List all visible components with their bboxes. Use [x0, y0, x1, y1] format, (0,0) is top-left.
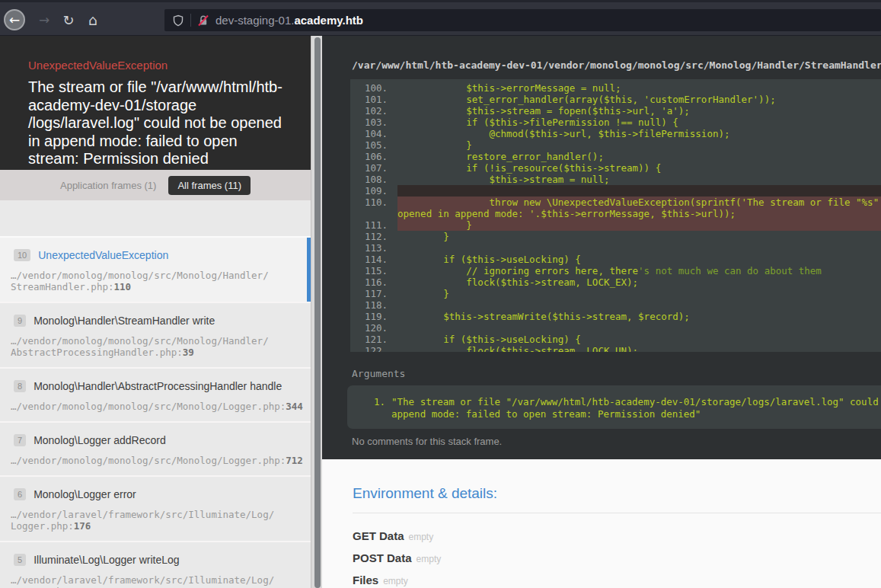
stack-frame-item[interactable]: 10 UnexpectedValueException …/vendor/mon… — [0, 238, 311, 303]
code-line-number: 110. — [350, 197, 397, 208]
code-line-number: 112. — [350, 231, 397, 242]
sidebar-scrollbar-thumb[interactable] — [314, 37, 321, 588]
environment-row-value: empty — [383, 576, 408, 586]
code-line-text: set_error_handler(array($this, 'customEr… — [397, 94, 881, 105]
stack-frames-list: 10 UnexpectedValueException …/vendor/mon… — [0, 236, 311, 588]
shield-icon[interactable] — [172, 14, 184, 27]
code-line-text: } — [397, 231, 881, 242]
code-line-number: 106. — [350, 151, 397, 162]
code-line: 109. — [350, 185, 881, 197]
frame-file-path: …/vendor/monolog/monolog/src/Monolog/Log… — [11, 401, 300, 412]
stack-frame-item[interactable]: 6 Monolog\Logger error …/vendor/laravel/… — [0, 477, 311, 542]
stack-frame-item[interactable]: 5 Illuminate\Log\Logger writeLog …/vendo… — [0, 542, 311, 588]
code-line: 104. @chmod($this->url, $this->filePermi… — [350, 128, 881, 139]
forward-button[interactable]: → — [34, 9, 55, 30]
code-line: 115. // ignoring errors here, there's no… — [350, 265, 881, 276]
code-line-text: @chmod($this->url, $this->filePermission… — [397, 128, 881, 139]
code-line-text: $this->stream = fopen($this->url, 'a'); — [397, 105, 881, 117]
code-line-text: opened in append mode: '.$this->errorMes… — [397, 208, 881, 219]
frame-file-path: …/vendor/laravel/framework/src/Illuminat… — [11, 574, 300, 588]
frame-file-path: …/vendor/monolog/monolog/src/Monolog/Han… — [11, 270, 300, 292]
url-bar[interactable]: dev-staging-01.academy.htb — [164, 9, 881, 31]
frame-title: Monolog\Handler\StreamHandler write — [34, 315, 215, 327]
whoops-sidebar: UnexpectedValueException The stream or f… — [0, 36, 311, 588]
code-line-text: if ($this->useLocking) { — [397, 254, 881, 265]
code-line: 112. } — [350, 231, 881, 242]
frame-title: Illuminate\Log\Logger writeLog — [34, 554, 179, 566]
frame-index-badge: 10 — [14, 249, 30, 261]
code-line-text: $this->streamWrite($this->stream, $recor… — [397, 311, 881, 322]
code-line-number: 116. — [350, 276, 397, 288]
code-line-text: $this->errorMessage = null; — [397, 82, 881, 94]
code-line-text — [397, 299, 881, 311]
code-line-text — [397, 185, 881, 197]
code-line-number: 102. — [350, 105, 397, 117]
code-line-text: if ($this->filePermission !== null) { — [397, 117, 881, 128]
code-viewer: 100. $this->errorMessage = null; 101. se… — [350, 79, 881, 352]
code-line-number: 121. — [350, 334, 397, 345]
argument-index: 1. — [347, 396, 391, 408]
environment-row: GET Dataempty — [353, 529, 441, 543]
frame-index-badge: 9 — [14, 315, 26, 327]
arguments-label: Arguments — [352, 368, 405, 379]
insecure-lock-icon[interactable] — [197, 14, 209, 27]
url-text[interactable]: dev-staging-01.academy.htb — [215, 14, 363, 27]
code-line-text: } — [397, 288, 881, 299]
code-line-number: 120. — [350, 322, 397, 334]
exception-header: UnexpectedValueException The stream or f… — [0, 36, 311, 170]
tab-all-frames[interactable]: All frames (11) — [168, 176, 251, 195]
argument-value: "The stream or file "/var/www/html/htb-a… — [391, 396, 881, 408]
frame-comment-text: No comments for this stack frame. — [352, 436, 502, 447]
code-line-number: 109. — [350, 185, 397, 197]
code-line-number: 105. — [350, 139, 397, 151]
code-line: opened in append mode: '.$this->errorMes… — [350, 208, 881, 219]
frame-index-badge: 6 — [14, 488, 26, 500]
code-line-number: 107. — [350, 162, 397, 174]
frame-title: Monolog\Logger addRecord — [34, 434, 166, 446]
environment-rows: GET Dataempty POST Dataempty Filesempty — [353, 521, 441, 587]
reload-button[interactable]: ↻ — [58, 9, 79, 30]
code-line: 110. throw new \UnexpectedValueException… — [350, 197, 881, 208]
exception-message: The stream or file "/var/www/html/htb- a… — [28, 78, 285, 168]
back-icon: ← — [9, 12, 20, 27]
code-line-number — [350, 208, 397, 219]
environment-divider — [353, 513, 881, 513]
code-line-number: 100. — [350, 82, 397, 94]
frame-detail-panel: /var/www/html/htb-academy-dev-01/vendor/… — [322, 36, 881, 588]
frame-file-path: …/vendor/monolog/monolog/src/Monolog/Log… — [11, 455, 300, 466]
environment-row: POST Dataempty — [353, 551, 441, 565]
code-line: 103. if ($this->filePermission !== null)… — [350, 117, 881, 128]
code-line: 105. } — [350, 139, 881, 151]
stack-frame-item[interactable]: 7 Monolog\Logger addRecord …/vendor/mono… — [0, 423, 311, 477]
code-line-number: 104. — [350, 128, 397, 139]
code-line: 100. $this->errorMessage = null; — [350, 82, 881, 94]
code-line: 111. } — [350, 219, 881, 231]
code-line-text: throw new \UnexpectedValueException(spri… — [397, 197, 881, 208]
arguments-box: 1. "The stream or file "/var/www/html/ht… — [347, 385, 881, 429]
frame-file-path: …/vendor/monolog/monolog/src/Monolog/Han… — [11, 335, 300, 358]
code-line-text: if ($this->useLocking) { — [397, 334, 881, 345]
tab-application-frames[interactable]: Application frames (1) — [60, 180, 156, 191]
code-line-text — [397, 322, 881, 334]
code-line-text: $this->stream = null; — [397, 174, 881, 185]
environment-row-label: POST Data — [353, 551, 412, 564]
stack-frame-item[interactable]: 9 Monolog\Handler\StreamHandler write …/… — [0, 303, 311, 369]
code-line-text: flock($this->stream, LOCK_EX); — [397, 276, 881, 288]
code-line-text: flock($this->stream, LOCK_UN); — [397, 345, 881, 352]
sidebar-scrollbar — [311, 36, 322, 588]
frame-index-badge: 5 — [14, 554, 26, 566]
code-line-number: 117. — [350, 288, 397, 299]
code-line: 117. } — [350, 288, 881, 299]
urlbar-divider — [190, 14, 191, 27]
code-line-text: // ignoring errors here, there's not muc… — [397, 265, 881, 276]
back-button[interactable]: ← — [4, 9, 25, 30]
home-button[interactable]: ⌂ — [82, 9, 104, 30]
argument-row: 1. "The stream or file "/var/www/html/ht… — [347, 396, 881, 408]
code-line: 102. $this->stream = fopen($this->url, '… — [350, 105, 881, 117]
code-line: 116. flock($this->stream, LOCK_EX); — [350, 276, 881, 288]
code-line: 113. — [350, 242, 881, 254]
code-line-number: 119. — [350, 311, 397, 322]
forward-icon: → — [39, 12, 49, 27]
stack-frame-item[interactable]: 8 Monolog\Handler\AbstractProcessingHand… — [0, 369, 311, 423]
code-line-number: 115. — [350, 265, 397, 276]
